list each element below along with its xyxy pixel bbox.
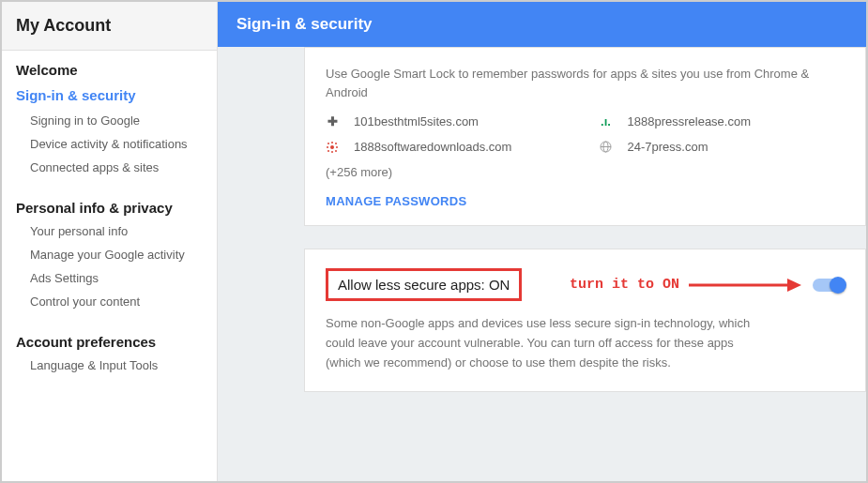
dot-icon: .ı.: [600, 115, 613, 128]
less-secure-apps-card: Allow less secure apps: ON turn it to ON: [304, 249, 866, 392]
svg-point-5: [331, 142, 333, 143]
site-list: ✚ 101besthtml5sites.com .ı. 1888pressrel…: [326, 114, 845, 154]
svg-point-6: [331, 151, 333, 153]
svg-marker-13: [787, 279, 801, 292]
site-item[interactable]: .ı. 1888pressrelease.com: [600, 114, 845, 128]
sidebar-personal-info[interactable]: Personal info & privacy: [2, 189, 217, 219]
lsa-row: Allow less secure apps: ON turn it to ON: [326, 268, 845, 301]
svg-point-0: [330, 145, 334, 149]
page-header: Sign-in & security: [218, 2, 866, 47]
lsa-toggle[interactable]: [813, 279, 845, 292]
app-frame: My Account Welcome Sign-in & security Si…: [0, 0, 868, 483]
lsa-label: Allow less secure apps: ON: [338, 277, 510, 293]
content-area: Use Google Smart Lock to remember passwo…: [218, 47, 866, 481]
sidebar-item-ads-settings[interactable]: Ads Settings: [2, 266, 217, 290]
site-item[interactable]: 1888softwaredownloads.com: [326, 140, 571, 154]
sidebar-item-language-input[interactable]: Language & Input Tools: [2, 354, 217, 377]
sidebar-account-preferences[interactable]: Account preferences: [2, 323, 217, 354]
site-item[interactable]: 24-7press.com: [600, 140, 845, 154]
site-name: 1888pressrelease.com: [628, 114, 752, 128]
site-name: 101besthtml5sites.com: [354, 114, 479, 128]
site-item[interactable]: ✚ 101besthtml5sites.com: [326, 114, 571, 128]
sidebar-welcome[interactable]: Welcome: [2, 51, 217, 82]
site-name: 24-7press.com: [628, 140, 708, 154]
smart-lock-desc: Use Google Smart Lock to remember passwo…: [326, 65, 845, 101]
sidebar-item-signing-in[interactable]: Signing in to Google: [2, 109, 217, 132]
svg-point-7: [327, 146, 328, 148]
sidebar-item-device-activity[interactable]: Device activity & notifications: [2, 132, 217, 156]
annotation: turn it to ON: [570, 277, 845, 293]
sidebar-signin-security[interactable]: Sign-in & security: [2, 82, 217, 109]
sidebar-item-connected-apps[interactable]: Connected apps & sites: [2, 156, 217, 179]
more-count[interactable]: (+256 more): [326, 165, 845, 179]
svg-point-4: [335, 150, 337, 152]
svg-point-3: [327, 150, 329, 152]
toggle-knob: [830, 277, 846, 294]
lsa-highlight-box: Allow less secure apps: ON: [326, 268, 522, 301]
arrow-icon: [689, 284, 801, 286]
sidebar-item-your-personal-info[interactable]: Your personal info: [2, 219, 217, 243]
svg-point-8: [336, 146, 338, 148]
sidebar-item-manage-activity[interactable]: Manage your Google activity: [2, 243, 217, 266]
svg-point-2: [335, 143, 337, 144]
virus-icon: [326, 141, 339, 154]
sidebar-title: My Account: [2, 2, 217, 51]
plus-icon: ✚: [326, 115, 339, 128]
globe-icon: [600, 141, 613, 154]
lsa-description: Some non-Google apps and devices use les…: [326, 314, 767, 372]
smart-lock-card: Use Google Smart Lock to remember passwo…: [304, 47, 866, 226]
site-name: 1888softwaredownloads.com: [354, 140, 511, 154]
sidebar: My Account Welcome Sign-in & security Si…: [2, 2, 218, 481]
sidebar-item-control-content[interactable]: Control your content: [2, 290, 217, 313]
annotation-text: turn it to ON: [570, 277, 679, 293]
manage-passwords-link[interactable]: MANAGE PASSWORDS: [326, 194, 845, 208]
main: Sign-in & security Use Google Smart Lock…: [218, 2, 866, 481]
svg-point-1: [327, 143, 329, 144]
